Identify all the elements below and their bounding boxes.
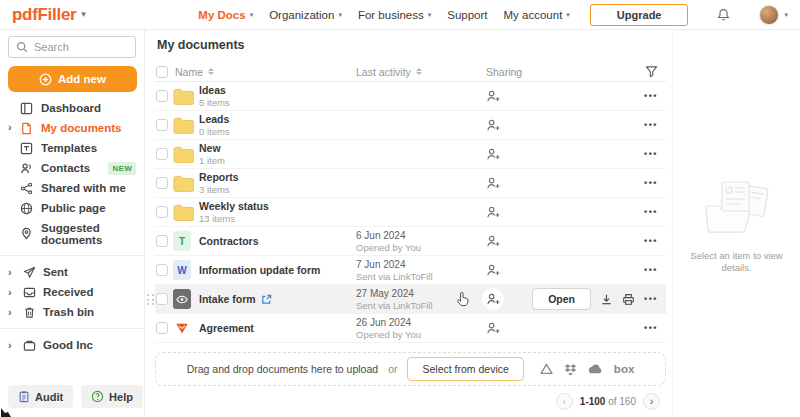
folder-icon xyxy=(173,146,194,163)
nav-my-account[interactable]: My account ▾ xyxy=(504,9,570,21)
share-icon[interactable] xyxy=(482,234,544,248)
sidebar-item-received[interactable]: › Received xyxy=(0,282,144,302)
expand-arrow-icon[interactable]: › xyxy=(8,340,16,351)
filter-icon[interactable] xyxy=(645,65,666,78)
share-icon[interactable] xyxy=(482,263,544,277)
chevron-down-icon: ▾ xyxy=(784,11,788,18)
row-name: Weekly status xyxy=(199,200,269,212)
share-icon[interactable] xyxy=(482,321,544,335)
row-checkbox[interactable] xyxy=(156,264,168,276)
expand-arrow-icon[interactable]: › xyxy=(8,267,16,278)
nav-organization[interactable]: Organization ▾ xyxy=(269,9,342,21)
sidebar-item-sent[interactable]: › Sent xyxy=(0,262,144,282)
row-menu-icon[interactable]: ••• xyxy=(644,91,658,101)
sidebar-item-contacts[interactable]: Contacts NEW xyxy=(0,158,144,178)
column-header-last-activity[interactable]: Last activity xyxy=(356,66,482,78)
dropbox-icon[interactable] xyxy=(564,363,577,376)
nav-for-business[interactable]: For business ▾ xyxy=(358,9,431,21)
sidebar-item-my-documents[interactable]: › My documents xyxy=(0,118,144,138)
google-drive-icon[interactable] xyxy=(540,363,553,375)
row-checkbox[interactable] xyxy=(156,293,168,305)
select-from-device-button[interactable]: Select from device xyxy=(407,357,523,381)
column-header-name[interactable]: Name xyxy=(173,66,356,78)
chevron-down-icon[interactable]: ▾ xyxy=(81,10,86,19)
sidebar-item-dashboard[interactable]: Dashboard xyxy=(0,98,144,118)
share-icon[interactable] xyxy=(482,176,544,190)
print-icon[interactable] xyxy=(622,293,635,306)
box-logo[interactable]: box xyxy=(614,363,634,375)
next-page-button[interactable]: › xyxy=(643,393,660,410)
folder-row-leads[interactable]: Leads0 items ••• xyxy=(155,111,666,140)
share-icon[interactable] xyxy=(482,89,544,103)
notifications-bell-icon[interactable] xyxy=(716,7,731,23)
row-menu-icon[interactable]: ••• xyxy=(644,120,658,130)
pagination: ‹ 1-100 of 160 › xyxy=(155,386,666,410)
expand-arrow-icon[interactable]: › xyxy=(8,122,12,133)
row-name: New xyxy=(199,142,221,154)
row-date: 6 Jun 2024 xyxy=(356,230,482,241)
search-input[interactable] xyxy=(34,41,128,53)
row-checkbox[interactable] xyxy=(156,148,168,160)
audit-label: Audit xyxy=(35,391,63,403)
share-icon[interactable] xyxy=(482,147,544,161)
nav-support[interactable]: Support xyxy=(447,9,487,21)
row-checkbox[interactable] xyxy=(156,119,168,131)
sort-icon[interactable] xyxy=(208,68,214,76)
dashboard-icon xyxy=(20,102,33,115)
sidebar-item-shared-with-me[interactable]: Shared with me xyxy=(0,178,144,198)
upgrade-button[interactable]: Upgrade xyxy=(590,4,689,26)
sidebar-item-public-page[interactable]: Public page xyxy=(0,198,144,218)
row-menu-icon[interactable]: ••• xyxy=(644,323,658,333)
open-button[interactable]: Open xyxy=(532,288,591,310)
sidebar-item-templates[interactable]: Templates xyxy=(0,138,144,158)
external-link-icon[interactable] xyxy=(261,294,272,305)
folder-row-reports[interactable]: Reports3 items ••• xyxy=(155,169,666,198)
row-menu-icon[interactable]: ••• xyxy=(644,236,658,246)
row-checkbox[interactable] xyxy=(156,235,168,247)
document-row-information-update-form[interactable]: W Information update form 7 Jun 2024Sent… xyxy=(155,256,666,285)
avatar[interactable] xyxy=(759,5,779,25)
row-checkbox[interactable] xyxy=(156,90,168,102)
sort-icon[interactable] xyxy=(416,68,422,76)
sidebar-item-label: Shared with me xyxy=(41,182,126,194)
help-button[interactable]: Help xyxy=(81,385,143,408)
contacts-icon xyxy=(20,162,33,175)
folder-row-new[interactable]: New1 item ••• xyxy=(155,140,666,169)
add-new-button[interactable]: Add new xyxy=(8,66,137,92)
prev-page-button[interactable]: ‹ xyxy=(556,393,573,410)
sidebar-item-label: Contacts xyxy=(41,162,90,174)
dropzone-or-label: or xyxy=(388,363,397,375)
share-icon[interactable] xyxy=(482,288,504,310)
row-menu-icon[interactable]: ••• xyxy=(644,265,658,275)
audit-button[interactable]: Audit xyxy=(8,385,73,408)
row-menu-icon[interactable]: ••• xyxy=(644,149,658,159)
row-menu-icon[interactable]: ••• xyxy=(644,294,658,304)
onedrive-cloud-icon[interactable] xyxy=(588,364,603,374)
row-checkbox[interactable] xyxy=(156,322,168,334)
drag-handle-icon[interactable] xyxy=(147,294,154,305)
download-icon[interactable] xyxy=(600,293,613,306)
share-icon[interactable] xyxy=(482,118,544,132)
share-icon[interactable] xyxy=(482,205,544,219)
row-checkbox[interactable] xyxy=(156,177,168,189)
expand-arrow-icon[interactable]: › xyxy=(8,307,16,318)
sidebar-item-label: Templates xyxy=(41,142,97,154)
row-menu-icon[interactable]: ••• xyxy=(644,207,658,217)
expand-arrow-icon[interactable]: › xyxy=(8,287,16,298)
folder-row-weekly-status[interactable]: Weekly status13 items ••• xyxy=(155,198,666,227)
row-checkbox[interactable] xyxy=(156,206,168,218)
select-all-checkbox[interactable] xyxy=(156,66,168,78)
account-menu[interactable]: ▾ xyxy=(759,5,788,25)
folder-row-ideas[interactable]: Ideas5 items ••• xyxy=(155,82,666,111)
sidebar-item-trash-bin[interactable]: › Trash bin xyxy=(0,302,144,322)
document-row-contractors[interactable]: T Contractors 6 Jun 2024Opened by You ••… xyxy=(155,227,666,256)
sidebar-item-good-inc[interactable]: › Good Inc xyxy=(0,335,144,355)
sidebar-item-suggested-documents[interactable]: Suggested documents xyxy=(0,218,144,249)
document-row-agreement[interactable]: Agreement 26 Jun 2024Opened by You ••• xyxy=(155,314,666,343)
row-menu-icon[interactable]: ••• xyxy=(644,178,658,188)
nav-my-docs[interactable]: My Docs ▾ xyxy=(198,9,253,21)
row-name: Intake form xyxy=(199,293,256,305)
pdffiller-logo[interactable]: pdfFiller xyxy=(12,5,76,25)
document-row-intake-form[interactable]: Intake form 27 May 2024Sent via LinkToFi… xyxy=(155,285,666,314)
upload-dropzone[interactable]: Drag and drop documents here to upload o… xyxy=(155,352,666,386)
